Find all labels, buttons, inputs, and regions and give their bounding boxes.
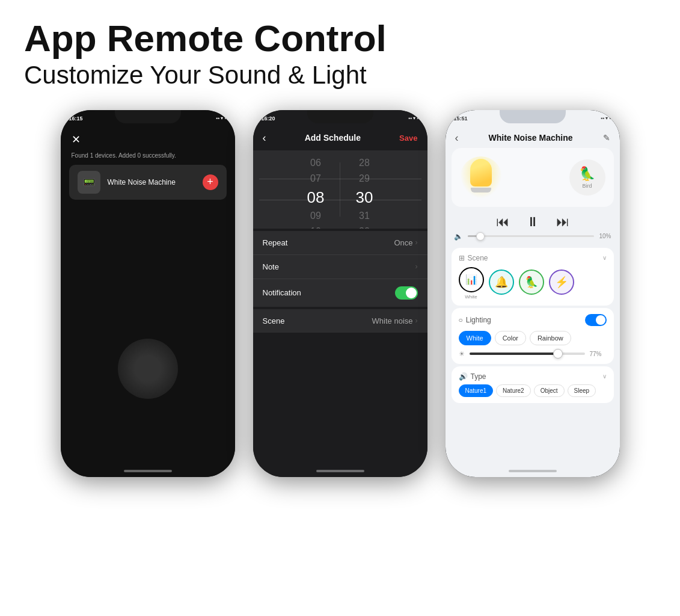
p1-found-text: Found 1 devices. Added 0 successfully. xyxy=(61,152,235,165)
volume-track[interactable] xyxy=(468,235,595,237)
note-row[interactable]: Note › xyxy=(253,255,427,279)
p2-header: ‹ Add Schedule Save xyxy=(253,127,427,150)
phone-2: 16:20 ▪▪ ▾ ▪ ‹ Add Schedule Save 05 xyxy=(253,110,427,477)
prev-button[interactable]: ⏮ xyxy=(496,214,509,230)
device-icon: 📟 xyxy=(78,171,100,194)
light-rainbow-button[interactable]: Rainbow xyxy=(530,331,571,345)
type-nature1-button[interactable]: Nature1 xyxy=(459,384,494,397)
p2-time: 16:20 xyxy=(262,116,275,122)
brightness-icon: ☀ xyxy=(459,350,465,358)
lamp-base xyxy=(471,188,491,192)
light-color-button[interactable]: Color xyxy=(495,331,526,345)
bird-label: Bird xyxy=(582,183,592,189)
min-31: 31 xyxy=(359,208,370,224)
pause-button[interactable]: ⏸ xyxy=(526,214,539,230)
screen-1: 16:15 ▪▪ ▾ ▪ ✕ Found 1 devices. Added 0 … xyxy=(61,110,235,477)
note-value: › xyxy=(415,262,418,271)
repeat-row[interactable]: Repeat Once › xyxy=(253,231,427,255)
schedule-title: Add Schedule xyxy=(305,133,361,143)
brightness-fill xyxy=(470,353,559,355)
p3-header: ‹ White Noise Machine ✎ xyxy=(446,127,620,148)
scene-section-header: ⊞ Scene ∨ xyxy=(459,254,607,262)
p1-status-icons: ▪▪ ▾ ▪ xyxy=(216,116,227,121)
scene-section: ⊞ Scene ∨ 📊 White xyxy=(452,248,614,306)
scene-item-white[interactable]: 📊 White xyxy=(459,267,484,300)
scene-icons: 📊 White 🔔 xyxy=(459,267,607,300)
type-sleep-button[interactable]: Sleep xyxy=(568,384,596,397)
home-bar-3 xyxy=(509,470,557,472)
repeat-label: Repeat xyxy=(263,238,288,247)
p1-device-row[interactable]: 📟 White Noise Machine + xyxy=(69,165,227,200)
p2-status-icons: ▪▪ ▾ ▪ xyxy=(409,116,419,121)
type-title: 🔊 Type xyxy=(459,372,486,381)
volume-pct: 10% xyxy=(599,233,611,239)
scene-section-title: ⊞ Scene xyxy=(459,254,488,262)
brightness-thumb[interactable] xyxy=(553,349,563,359)
time-picker[interactable]: 05 06 07 08 09 10 27 28 29 30 xyxy=(253,150,427,229)
type-chevron-down[interactable]: ∨ xyxy=(602,373,607,380)
close-icon[interactable]: ✕ xyxy=(72,133,81,146)
brightness-slider[interactable]: ☀ 77% xyxy=(459,350,607,358)
back-icon[interactable]: ‹ xyxy=(263,132,266,144)
phone-1: 16:15 ▪▪ ▾ ▪ ✕ Found 1 devices. Added 0 … xyxy=(61,110,235,477)
repeat-chevron: › xyxy=(415,238,418,247)
p3-back-icon[interactable]: ‹ xyxy=(455,132,459,144)
light-buttons: White Color Rainbow xyxy=(459,331,607,345)
notification-row[interactable]: Notification xyxy=(253,279,427,307)
phone-3: 15:51 ▪▪ ▾ ▪ ‹ White Noise Machine ✎ xyxy=(446,110,620,477)
hour-10: 10 xyxy=(310,224,321,229)
volume-slider[interactable]: 🔈 10% xyxy=(446,232,620,245)
scene-white-label: White xyxy=(465,294,477,300)
p3-content: 15:51 ▪▪ ▾ ▪ ‹ White Noise Machine ✎ xyxy=(446,110,620,477)
save-button[interactable]: Save xyxy=(399,134,417,143)
light-white-button[interactable]: White xyxy=(459,331,491,345)
device-name: White Noise Machine xyxy=(108,178,195,186)
page: App Remote Control Customize Your Sound … xyxy=(0,0,680,616)
scene-chevron-down[interactable]: ∨ xyxy=(602,254,607,261)
notification-label: Notification xyxy=(263,288,301,297)
min-27: 27 xyxy=(359,150,370,155)
volume-thumb[interactable] xyxy=(476,232,485,241)
volume-icon: 🔈 xyxy=(454,232,463,241)
p3-status-bar: 15:51 ▪▪ ▾ ▪ xyxy=(446,112,620,125)
next-button[interactable]: ⏭ xyxy=(556,214,569,230)
repeat-value: Once › xyxy=(394,238,417,247)
scene-item-storm[interactable]: ⚡ xyxy=(549,270,574,297)
type-nature2-button[interactable]: Nature2 xyxy=(496,384,531,397)
hour-06: 06 xyxy=(310,155,321,171)
note-chevron: › xyxy=(415,262,418,271)
bird-sound-icon: 🦜 Bird xyxy=(569,159,605,196)
screen-2: 16:20 ▪▪ ▾ ▪ ‹ Add Schedule Save 05 xyxy=(253,110,427,477)
p1-circle-decoration xyxy=(118,339,178,399)
type-section: 🔊 Type ∨ Nature1 Nature2 Object Sleep xyxy=(452,366,614,403)
type-buttons: Nature1 Nature2 Object Sleep xyxy=(459,384,607,397)
schedule-settings: Repeat Once › Note › Notification xyxy=(253,231,427,307)
scene-item-nature[interactable]: 🔔 xyxy=(489,270,514,297)
p1-status-bar: 16:15 ▪▪ ▾ ▪ xyxy=(61,112,235,125)
scene-row[interactable]: Scene White noise › xyxy=(253,309,427,333)
notification-toggle[interactable] xyxy=(395,286,418,300)
min-28: 28 xyxy=(359,155,370,171)
scene-value: White noise › xyxy=(372,316,418,325)
p1-time: 16:15 xyxy=(69,116,83,122)
playback-controls: ⏮ ⏸ ⏭ xyxy=(446,211,620,232)
type-object-button[interactable]: Object xyxy=(534,384,565,397)
scene-bird2-icon: 🦜 xyxy=(519,270,544,295)
lamp-icon xyxy=(460,156,502,199)
hour-09: 09 xyxy=(310,208,321,224)
brightness-pct: 77% xyxy=(590,351,607,357)
scene-chevron: › xyxy=(415,316,418,325)
picker-highlight xyxy=(259,179,421,200)
add-device-button[interactable]: + xyxy=(203,174,218,190)
lighting-title: ○ Lighting xyxy=(459,316,491,324)
screen-3: 15:51 ▪▪ ▾ ▪ ‹ White Noise Machine ✎ xyxy=(446,110,620,477)
brightness-track[interactable] xyxy=(470,353,585,355)
p2-status-bar: 16:20 ▪▪ ▾ ▪ xyxy=(253,112,427,125)
p3-status-icons: ▪▪ ▾ ▪ xyxy=(601,116,611,121)
lighting-toggle[interactable] xyxy=(585,314,607,326)
edit-icon[interactable]: ✎ xyxy=(603,133,610,143)
scene-item-bird2[interactable]: 🦜 xyxy=(519,270,544,297)
p1-content: 16:15 ▪▪ ▾ ▪ ✕ Found 1 devices. Added 0 … xyxy=(61,110,235,477)
scene-white-icon: 📊 xyxy=(459,267,484,292)
p1-topbar: ✕ xyxy=(61,127,235,152)
